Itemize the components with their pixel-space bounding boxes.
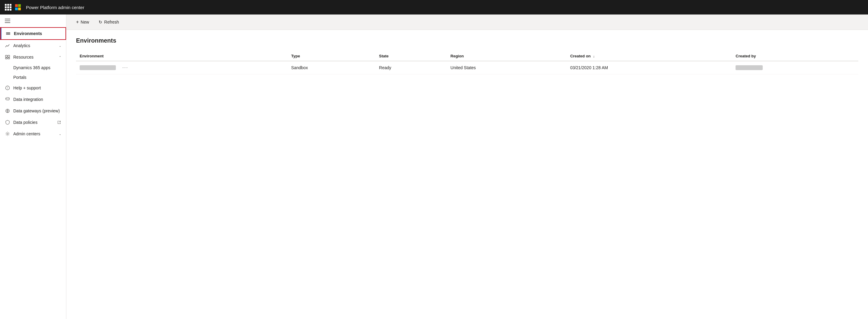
sidebar: Environments Analytics ⌄ Resour [0, 14, 66, 319]
content-area: + New ↻ Refresh Environments Environment [66, 14, 868, 319]
sidebar-data-integration-label: Data integration [13, 97, 61, 102]
svg-rect-4 [8, 55, 10, 57]
svg-text:?: ? [7, 87, 8, 90]
data-integration-icon [5, 97, 10, 102]
environment-name-blurred: Private sandbox [80, 65, 116, 70]
refresh-button-label: Refresh [104, 20, 119, 25]
cell-state: Ready [375, 61, 447, 74]
cell-region: United States [447, 61, 567, 74]
sidebar-item-analytics[interactable]: Analytics ⌄ [0, 40, 66, 51]
app-launcher-button[interactable] [5, 4, 11, 10]
svg-point-9 [6, 97, 9, 99]
svg-rect-0 [6, 32, 10, 33]
svg-rect-1 [6, 33, 10, 34]
sidebar-resources-label: Resources [13, 55, 56, 59]
svg-rect-2 [6, 34, 10, 35]
sidebar-data-gateways-label: Data gateways (preview) [13, 109, 61, 113]
help-icon: ? [5, 85, 10, 91]
microsoft-logo [15, 4, 21, 10]
sort-desc-icon: ↓ [593, 54, 595, 58]
col-header-environment: Environment [76, 51, 287, 61]
sidebar-item-resources[interactable]: Resources ⌃ [0, 51, 66, 63]
cell-created-by: Your Name [732, 61, 858, 74]
sidebar-data-policies-label: Data policies [13, 120, 54, 125]
external-link-icon [57, 120, 61, 124]
sidebar-toggle-button[interactable] [0, 14, 66, 27]
chevron-down-icon-admin: ⌄ [59, 132, 61, 136]
plus-icon: + [76, 19, 79, 25]
data-gateways-icon [5, 108, 10, 114]
layers-icon [5, 31, 11, 36]
sidebar-analytics-label: Analytics [13, 43, 56, 48]
cell-type: Sandbox [287, 61, 375, 74]
svg-rect-3 [5, 55, 7, 57]
sidebar-environments-label: Environments [14, 31, 61, 36]
environments-table: Environment Type State Region Created on [76, 51, 858, 74]
sidebar-dynamics365-label: Dynamics 365 apps [13, 65, 61, 70]
sidebar-item-dynamics365[interactable]: Dynamics 365 apps [0, 63, 66, 72]
main-layout: Environments Analytics ⌄ Resour [0, 14, 868, 319]
col-header-region: Region [447, 51, 567, 61]
data-policies-icon [5, 120, 10, 125]
sidebar-admin-centers-label: Admin centers [13, 132, 56, 136]
sidebar-item-help-support[interactable]: ? Help + support [0, 82, 66, 94]
page-content: Environments Environment Type State [66, 30, 868, 319]
cell-environment-name: Private sandbox ··· [76, 61, 287, 74]
refresh-button[interactable]: ↻ Refresh [96, 19, 121, 26]
app-title: Power Platform admin center [26, 5, 84, 10]
sidebar-item-data-integration[interactable]: Data integration [0, 94, 66, 105]
resources-icon [5, 54, 10, 60]
row-more-options-button[interactable]: ··· [121, 64, 130, 71]
sidebar-item-data-gateways[interactable]: Data gateways (preview) [0, 105, 66, 117]
sidebar-item-portals[interactable]: Portals [0, 72, 66, 82]
table-row: Private sandbox ··· Sandbox Ready United… [76, 61, 858, 74]
table-header-row: Environment Type State Region Created on [76, 51, 858, 61]
col-header-created-by: Created by [732, 51, 858, 61]
col-header-type: Type [287, 51, 375, 61]
refresh-icon: ↻ [99, 20, 102, 25]
admin-centers-icon [5, 131, 10, 137]
new-button-label: New [81, 20, 89, 25]
analytics-icon [5, 43, 10, 48]
cell-created-on: 03/21/2020 1:28 AM [567, 61, 732, 74]
sidebar-item-environments[interactable]: Environments [0, 27, 66, 40]
page-title: Environments [76, 37, 858, 44]
hamburger-icon [5, 19, 10, 23]
topbar: Power Platform admin center [0, 0, 868, 14]
svg-line-12 [59, 121, 60, 122]
new-button[interactable]: + New [73, 18, 91, 26]
sidebar-item-data-policies[interactable]: Data policies [0, 117, 66, 128]
sidebar-portals-label: Portals [13, 75, 61, 80]
chevron-up-icon: ⌃ [59, 56, 61, 59]
col-header-created-on[interactable]: Created on ↓ [567, 51, 732, 61]
toolbar: + New ↻ Refresh [66, 14, 868, 30]
sidebar-item-admin-centers[interactable]: Admin centers ⌄ [0, 128, 66, 140]
col-header-state: State [375, 51, 447, 61]
svg-point-13 [7, 133, 8, 135]
sidebar-help-label: Help + support [13, 86, 61, 90]
chevron-down-icon: ⌄ [59, 44, 61, 48]
svg-rect-6 [8, 58, 10, 59]
svg-rect-5 [5, 58, 7, 59]
created-by-blurred: Your Name [736, 65, 763, 70]
